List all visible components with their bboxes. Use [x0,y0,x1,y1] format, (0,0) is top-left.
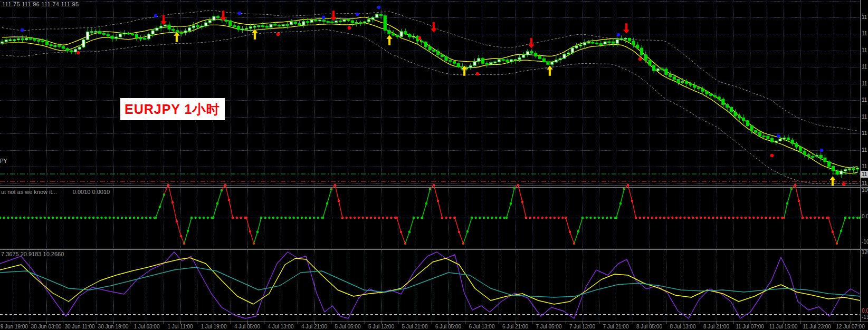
price-axis-label: 11 [862,81,867,86]
candle-body [848,169,851,170]
candle-body [428,47,431,50]
candle-body [819,155,822,158]
zigzag-dot [441,217,443,219]
price-axis-label: 11 [862,31,867,36]
zigzag-dot [341,217,344,219]
zigzag-dot [47,217,50,219]
zigzag-dot [276,217,279,219]
candle-body [620,38,623,40]
zigzag-dot [366,217,368,219]
candle-body [127,33,130,34]
bottom-axis-value: -13 [862,314,868,320]
price-axis[interactable]: 1111111111111111111111111000.0-101200.0-… [860,0,868,322]
candle-body [384,16,386,31]
zigzag-dot [27,217,30,219]
candle-body [424,42,427,47]
zigzag-dot [704,217,706,219]
candle-body [628,38,631,41]
candle-body [478,59,480,61]
candle-body [812,156,814,157]
zigzag-dot [606,217,608,219]
candle-body [58,45,61,46]
signal-dot-blue [154,14,157,17]
zigzag-dot [736,217,738,219]
candle-body [1,42,3,43]
price-axis-label: 11 [862,97,867,103]
zigzag-dot [740,217,742,219]
zigzag-dot [581,217,584,219]
zigzag-dot [659,217,661,219]
zigzag-dot [292,217,294,219]
candle-body [404,32,407,34]
candle-body [278,25,280,26]
candle-body [433,50,435,52]
time-label: 30 Jun 11:00 [64,324,94,329]
price-axis-label: 11 [862,114,867,120]
middle-axis-top: 100 [862,187,868,193]
zigzag-dot [483,217,485,219]
zigzag-segment [335,185,339,201]
candle-body [335,21,337,23]
candle-body [441,55,443,57]
candle-body [502,60,504,61]
zigzag-dot [499,217,501,219]
candle-body [421,41,423,42]
zigzag-segment [518,185,522,202]
candle-body [412,36,415,37]
time-tick [532,322,532,324]
candle-body [42,41,44,42]
sell-arrow [431,22,437,33]
candle-body [102,33,105,34]
indicator-panel-bottom[interactable]: 7.3675 20.9183 10.2660 [0,250,860,322]
signal-dot-red [476,72,479,75]
time-label: 6 Jul 21:00 [502,324,528,329]
candle-body [396,35,398,37]
zigzag-dot [503,217,505,219]
main-chart-panel[interactable]: 111.75 111.96 111.74 111.95 PY EURJPY 1小… [0,0,860,186]
zigzag-dot [232,217,234,219]
indicator-panel-middle[interactable]: ut not as we know it...0.0010 0.0010 [0,188,860,248]
candle-body [799,147,802,151]
zigzag-segment [833,232,837,244]
zigzag-dot [378,217,380,219]
time-tick [566,322,566,324]
candle-body [710,94,712,95]
zigzag-dot [60,217,62,219]
zigzag-dot [806,217,808,219]
candle-body [172,29,175,31]
zigzag-dot [598,217,600,219]
candle-body [596,43,598,44]
bottom-indicator-values: 7.3675 20.9183 10.2660 [1,251,64,257]
time-axis[interactable]: 29 Jun 19:0030 Jun 03:0030 Jun 11:0030 J… [0,322,868,330]
zigzag-dot [487,217,489,219]
zigzag-segment [397,218,401,232]
zigzag-segment [632,201,636,218]
zigzag-dot [643,217,645,219]
zigzag-dot [109,217,111,219]
candle-body [29,38,32,40]
time-label: 1 Jul 11:00 [167,324,193,329]
time-tick [331,322,331,324]
candle-body [775,141,777,142]
candle-body [274,24,276,25]
zigzag-segment [225,185,229,200]
time-tick [700,322,700,324]
candle-body [693,85,696,88]
time-label: 5 Jul 21:00 [402,324,428,329]
candle-body [123,33,126,34]
zigzag-dot [748,217,750,219]
zigzag-segment [160,195,164,207]
candle-body [359,22,362,23]
zigzag-dot [240,217,242,219]
zigzag-dot [728,217,730,219]
left-edge-text: PY [0,158,7,164]
candle-body [180,33,183,34]
candle-body [453,62,455,64]
time-tick [164,322,164,324]
candle-body [538,56,541,59]
candle-body [575,46,578,48]
price-axis-label: 11 [862,180,867,186]
signal-dot-blue [820,149,823,152]
price-axis-label: 11 [862,163,867,169]
zigzag-segment [455,218,459,232]
